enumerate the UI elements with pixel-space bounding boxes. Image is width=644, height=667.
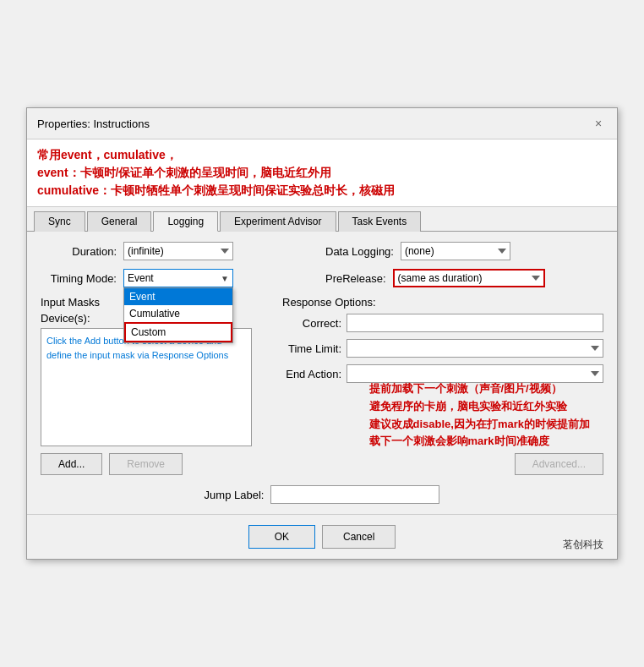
cancel-button[interactable]: Cancel [322,525,396,549]
jump-label-input[interactable] [270,485,439,504]
add-button[interactable]: Add... [41,453,102,475]
annotation-line1: 常用event，cumulative， event：卡顿时/保证单个刺激的呈现时… [37,146,607,200]
correct-input[interactable] [347,314,603,332]
title-bar: Properties: Instructions × [27,108,617,139]
top-annotation: 常用event，cumulative， event：卡顿时/保证单个刺激的呈现时… [27,139,617,207]
watermark: 茗创科技 [563,538,603,552]
timing-mode-select[interactable]: Event ▼ [123,269,233,287]
advanced-button[interactable]: Advanced... [515,453,603,475]
dropdown-arrow-icon: ▼ [221,274,229,283]
response-options-title: Response Options: [282,296,603,309]
tab-experiment-advisor[interactable]: Experiment Advisor [220,211,336,232]
timing-option-event[interactable]: Event [124,288,232,305]
time-limit-select[interactable] [347,339,603,358]
correct-row: Correct: [282,314,603,332]
tabs-container: Sync General Logging Experiment Advisor … [27,207,617,232]
duration-row: Duration: (infinite) Data Logging: (none… [41,242,603,260]
timing-mode-menu: Event Cumulative Custom [123,287,233,343]
ok-button[interactable]: OK [248,525,315,549]
devices-listbox: Click the Add button to select a device … [41,328,252,446]
properties-dialog: Properties: Instructions × 常用event，cumul… [26,107,618,560]
duration-dropdown[interactable]: (infinite) [123,242,233,260]
main-content: Duration: (infinite) Data Logging: (none… [27,232,617,514]
data-logging-select[interactable]: (none) [401,242,510,260]
side-annotation: 提前加载下一个刺激（声音/图片/视频） 避免程序的卡崩，脑电实验和近红外实验 建… [369,380,591,451]
close-button[interactable]: × [590,115,607,132]
jump-label-row: Jump Label: [41,485,603,504]
dialog-title: Properties: Instructions [37,118,150,130]
dialog-footer: OK Cancel 茗创科技 [27,514,617,559]
tab-logging[interactable]: Logging [153,211,218,232]
end-action-label: End Action: [282,368,341,380]
remove-button[interactable]: Remove [109,453,183,475]
timing-mode-dropdown-wrapper: Event ▼ Event Cumulative Custom [123,269,233,287]
data-logging-dropdown[interactable]: (none) [401,242,510,260]
time-limit-row: Time Limit: [282,339,603,358]
timing-option-cumulative[interactable]: Cumulative [124,305,232,322]
jump-label-text: Jump Label: [205,489,265,501]
action-buttons-row: Add... Remove Advanced... [41,453,603,475]
duration-label: Duration: [41,245,117,258]
correct-label: Correct: [282,317,341,330]
devices-label: Device(s): [41,312,90,325]
tab-general[interactable]: General [87,211,152,232]
tab-task-events[interactable]: Task Events [338,211,422,232]
data-logging-label: Data Logging: [325,245,394,258]
prerelease-select[interactable]: (same as duration) [393,269,545,287]
duration-select[interactable]: (infinite) [123,242,233,260]
timing-option-custom[interactable]: Custom [124,322,232,342]
time-limit-label: Time Limit: [282,342,341,355]
prerelease-label: PreRelease: [325,272,386,285]
tab-sync[interactable]: Sync [34,211,85,232]
timing-mode-label: Timing Mode: [41,272,117,285]
